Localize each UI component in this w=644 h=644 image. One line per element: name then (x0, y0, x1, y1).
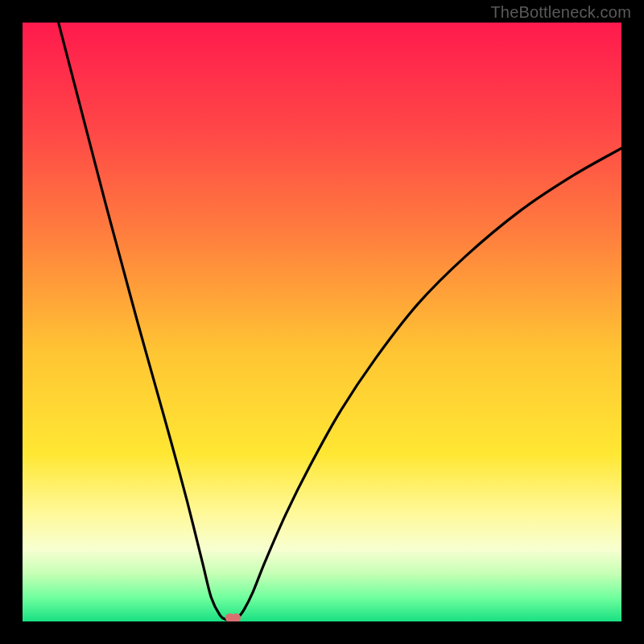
data-point-marker (231, 613, 241, 621)
chart-frame (23, 23, 621, 621)
watermark: TheBottleneck.com (490, 3, 631, 22)
bottleneck-curve (59, 23, 621, 621)
chart-curve-layer (23, 23, 621, 621)
